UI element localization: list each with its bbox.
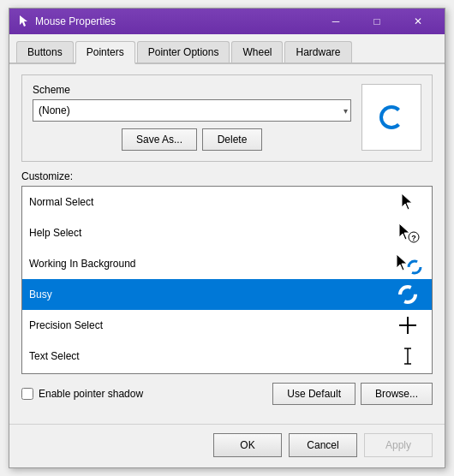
scheme-select[interactable]: (None) <box>33 99 351 122</box>
pointer-name-text: Text Select <box>29 350 391 362</box>
minimize-button[interactable]: ─ <box>316 9 355 34</box>
normal-cursor-icon <box>391 189 425 215</box>
scheme-action-buttons: Save As... Delete <box>33 128 351 151</box>
svg-text:?: ? <box>411 234 416 242</box>
close-button[interactable]: ✕ <box>398 9 438 34</box>
pointer-name-precision: Precision Select <box>29 319 391 331</box>
busy-cursor-icon-row <box>391 282 425 307</box>
shadow-label: Enable pointer shadow <box>39 388 143 400</box>
customize-label: Customize: <box>21 170 433 182</box>
pointer-row-precision[interactable]: Precision Select <box>22 310 432 341</box>
pointer-row-help[interactable]: Help Select ? <box>22 217 432 248</box>
pointer-name-normal: Normal Select <box>29 196 391 208</box>
scheme-left: Scheme (None) ▾ Save As... Delete <box>33 84 351 151</box>
svg-point-2 <box>409 261 421 273</box>
cursor-preview <box>374 100 409 134</box>
footer: OK Cancel Apply <box>9 424 445 467</box>
scheme-select-wrapper: (None) ▾ <box>33 99 351 122</box>
use-default-button[interactable]: Use Default <box>272 383 355 405</box>
pointer-name-busy: Busy <box>29 289 391 300</box>
pointer-row-working[interactable]: Working In Background <box>22 248 432 279</box>
cursor-preview-box <box>361 84 421 151</box>
pointer-name-working: Working In Background <box>29 258 391 270</box>
apply-button[interactable]: Apply <box>364 433 433 457</box>
tab-wheel[interactable]: Wheel <box>231 41 283 62</box>
pointer-row-normal[interactable]: Normal Select <box>22 187 432 217</box>
scheme-group: Scheme (None) ▾ Save As... Delete <box>21 74 433 162</box>
browse-button[interactable]: Browse... <box>361 383 433 405</box>
window-icon <box>16 15 30 28</box>
ok-button[interactable]: OK <box>213 433 282 457</box>
title-bar: Mouse Properties ─ □ ✕ <box>9 9 445 34</box>
busy-cursor-icon <box>379 105 403 129</box>
pointer-name-help: Help Select <box>29 227 391 239</box>
help-cursor-icon: ? <box>391 220 425 246</box>
pointer-list[interactable]: Normal Select Help Select ? <box>21 186 433 374</box>
maximize-button[interactable]: □ <box>357 9 397 34</box>
working-cursor-icon <box>391 251 425 277</box>
window-controls: ─ □ ✕ <box>316 9 438 34</box>
tab-hardware[interactable]: Hardware <box>284 41 351 62</box>
pointer-row-busy[interactable]: Busy <box>22 279 432 310</box>
tab-content: Scheme (None) ▾ Save As... Delete C <box>9 64 445 424</box>
tab-buttons[interactable]: Buttons <box>16 41 74 62</box>
tab-bar: Buttons Pointers Pointer Options Wheel H… <box>9 34 445 64</box>
scheme-label: Scheme <box>33 84 351 96</box>
window-title: Mouse Properties <box>35 15 316 27</box>
tab-pointer-options[interactable]: Pointer Options <box>137 41 230 62</box>
delete-button[interactable]: Delete <box>202 128 262 151</box>
enable-shadow-checkbox[interactable] <box>21 388 33 400</box>
svg-point-3 <box>400 287 415 302</box>
mouse-properties-window: Mouse Properties ─ □ ✕ Buttons Pointers … <box>9 8 445 468</box>
precision-cursor-icon <box>391 312 425 338</box>
tab-pointers[interactable]: Pointers <box>75 41 135 64</box>
cancel-button[interactable]: Cancel <box>289 433 357 457</box>
text-cursor-icon <box>391 343 425 369</box>
shadow-row: Enable pointer shadow Use Default Browse… <box>21 383 433 405</box>
pointer-row-text[interactable]: Text Select <box>22 341 432 372</box>
save-as-button[interactable]: Save As... <box>122 128 197 151</box>
